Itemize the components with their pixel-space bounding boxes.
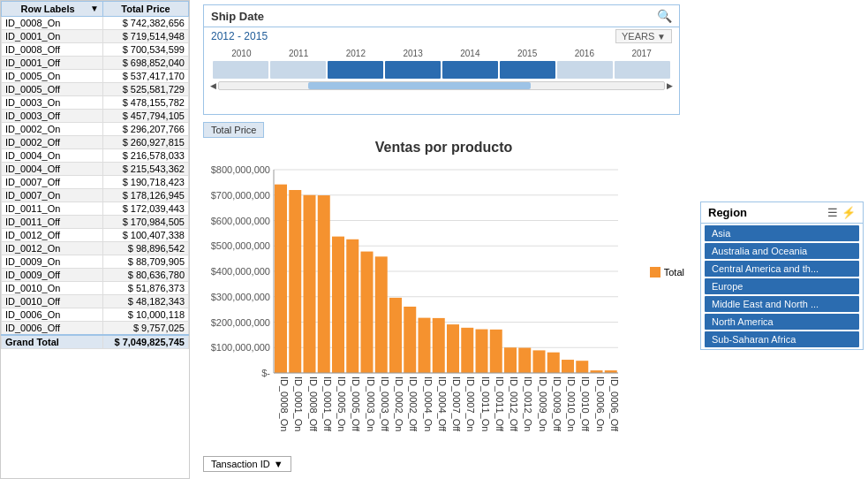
region-item[interactable]: Australia and Oceania: [705, 243, 859, 259]
svg-text:ID_0006_Off: ID_0006_Off: [609, 376, 620, 432]
year-label: 2016: [556, 49, 614, 58]
table-row: ID_0002_Off$ 260,927,815: [2, 136, 189, 149]
svg-text:ID_0005_On: ID_0005_On: [336, 376, 347, 431]
table-row: ID_0004_Off$ 215,543,362: [2, 163, 189, 176]
bar[interactable]: [562, 360, 574, 373]
table-row: ID_0008_On$ 742,382,656: [2, 17, 189, 30]
col-header-total-price[interactable]: Total Price: [103, 2, 189, 17]
scroll-right-btn[interactable]: ▶: [667, 81, 673, 90]
bar[interactable]: [504, 347, 517, 373]
table-row: ID_0007_On$ 178,126,945: [2, 189, 189, 202]
timeline-segment[interactable]: [442, 61, 498, 79]
svg-text:ID_0004_On: ID_0004_On: [423, 376, 434, 431]
chart-area: Ventas por producto $-$100,000,000$200,0…: [203, 140, 684, 462]
ship-date-slicer: Ship Date 🔍 2012 - 2015 YEARS ▼ 20102011…: [203, 4, 680, 115]
svg-text:ID_0010_Off: ID_0010_Off: [580, 376, 591, 432]
scroll-left-btn[interactable]: ◀: [210, 81, 216, 90]
region-item[interactable]: Sub-Saharan Africa: [705, 331, 859, 347]
svg-text:$800,000,000: $800,000,000: [211, 164, 270, 175]
table-row: ID_0011_On$ 172,039,443: [2, 202, 189, 216]
grand-total-row: Grand Total$ 7,049,825,745: [2, 335, 189, 349]
year-label: 2012: [328, 49, 385, 58]
year-label: 2010: [213, 49, 270, 58]
bar[interactable]: [332, 237, 344, 373]
svg-text:ID_0007_Off: ID_0007_Off: [451, 376, 462, 432]
bar[interactable]: [304, 195, 316, 373]
col-header-row-labels[interactable]: Row Labels ▼: [2, 2, 103, 17]
transaction-id-button[interactable]: Tansaction ID ▼: [203, 456, 291, 472]
timeline-segment[interactable]: [500, 61, 555, 79]
bar[interactable]: [346, 240, 359, 373]
table-row: ID_0012_Off$ 100,407,338: [2, 229, 189, 242]
svg-text:$600,000,000: $600,000,000: [211, 216, 270, 226]
timeline-segment[interactable]: [557, 61, 613, 79]
region-filter-icon[interactable]: ⚡: [842, 206, 856, 219]
timeline-segment[interactable]: [328, 61, 383, 79]
year-label: 2011: [270, 49, 328, 58]
svg-text:ID_0012_Off: ID_0012_Off: [509, 376, 519, 432]
bar[interactable]: [447, 324, 459, 373]
table-row: ID_0001_On$ 719,514,948: [2, 30, 189, 43]
bar[interactable]: [404, 307, 416, 373]
ship-date-range: 2012 - 2015: [211, 30, 268, 42]
svg-text:ID_0003_Off: ID_0003_Off: [380, 376, 390, 432]
table-row: ID_0006_On$ 10,000,118: [2, 308, 189, 322]
years-button[interactable]: YEARS ▼: [615, 29, 672, 43]
table-row: ID_0002_On$ 296,207,766: [2, 123, 189, 136]
region-item[interactable]: Europe: [705, 278, 859, 294]
svg-text:$400,000,000: $400,000,000: [211, 266, 270, 277]
svg-text:$500,000,000: $500,000,000: [211, 240, 270, 251]
bar[interactable]: [375, 256, 388, 373]
timeline-segment[interactable]: [213, 61, 268, 79]
slicer-filter-icon[interactable]: 🔍: [657, 9, 672, 23]
bar-chart-svg: $-$100,000,000$200,000,000$300,000,000$4…: [203, 161, 636, 444]
year-label: 2015: [499, 49, 556, 58]
svg-text:ID_0009_Off: ID_0009_Off: [552, 376, 562, 432]
svg-text:$-: $-: [261, 368, 270, 378]
bar[interactable]: [389, 298, 402, 373]
pivot-table: Row Labels ▼ Total Price ID_0008_On$ 742…: [0, 0, 190, 479]
bar[interactable]: [533, 350, 546, 373]
timeline-segment[interactable]: [270, 61, 326, 79]
svg-text:$200,000,000: $200,000,000: [211, 317, 270, 328]
year-label: 2017: [613, 49, 670, 58]
region-item[interactable]: Asia: [705, 225, 859, 241]
svg-text:ID_0011_Off: ID_0011_Off: [494, 376, 505, 432]
transaction-dropdown-icon: ▼: [274, 459, 283, 469]
timeline-segment[interactable]: [615, 61, 670, 79]
region-item[interactable]: Central America and th...: [705, 261, 859, 277]
bar[interactable]: [419, 318, 431, 373]
bar[interactable]: [476, 330, 488, 373]
year-label: 2013: [384, 49, 442, 58]
region-item[interactable]: Middle East and North ...: [705, 296, 859, 312]
svg-text:ID_0003_On: ID_0003_On: [366, 376, 376, 431]
svg-text:ID_0009_On: ID_0009_On: [538, 376, 548, 431]
total-price-label[interactable]: Total Price: [203, 122, 264, 138]
ship-date-title: Ship Date: [211, 10, 264, 23]
region-slicer: Region ☰ ⚡ AsiaAustralia and OceaniaCent…: [700, 201, 864, 350]
bar[interactable]: [433, 318, 445, 373]
region-item[interactable]: North America: [705, 314, 859, 330]
bar[interactable]: [461, 328, 473, 373]
table-row: ID_0010_On$ 51,876,373: [2, 282, 189, 295]
legend-label: Total: [664, 267, 684, 278]
timeline-segment[interactable]: [385, 61, 441, 79]
bar[interactable]: [361, 252, 374, 373]
bar[interactable]: [490, 330, 502, 373]
table-row: ID_0003_Off$ 457,794,105: [2, 110, 189, 123]
svg-text:ID_0008_Off: ID_0008_Off: [308, 376, 319, 432]
svg-text:$100,000,000: $100,000,000: [211, 342, 270, 353]
svg-text:ID_0006_On: ID_0006_On: [595, 376, 606, 431]
region-multiselect-icon[interactable]: ☰: [827, 206, 838, 219]
bar[interactable]: [576, 361, 588, 373]
bar[interactable]: [318, 195, 330, 373]
svg-text:ID_0008_On: ID_0008_On: [279, 376, 290, 431]
bar[interactable]: [275, 185, 287, 373]
row-labels-filter-icon[interactable]: ▼: [90, 4, 99, 13]
scroll-thumb[interactable]: [308, 82, 531, 89]
bar[interactable]: [289, 190, 301, 373]
bar[interactable]: [547, 353, 560, 373]
svg-text:$700,000,000: $700,000,000: [211, 190, 270, 201]
table-row: ID_0007_Off$ 190,718,423: [2, 176, 189, 189]
bar[interactable]: [518, 348, 531, 373]
